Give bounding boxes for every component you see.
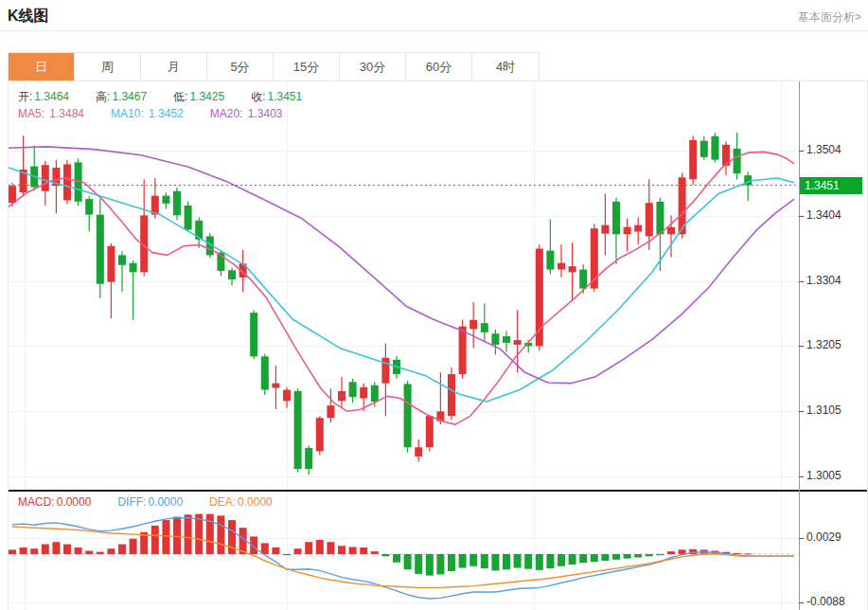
macd-bar xyxy=(107,548,115,554)
ohlc-item-0-value: 1.3464 xyxy=(34,90,69,103)
ohlc-item-0-label: 开: xyxy=(18,90,32,103)
candle-body xyxy=(734,149,741,173)
macd-bar xyxy=(217,515,224,554)
candle-body xyxy=(371,386,379,402)
macd-bar xyxy=(151,526,159,554)
macd-legend: MACD:0.0000DIFF:0.0000DEA:0.0000 xyxy=(18,495,299,509)
tab-30分[interactable]: 30分 xyxy=(340,53,406,81)
macd-bar xyxy=(305,542,312,554)
candle-body xyxy=(569,266,576,272)
fundamental-analysis-link[interactable]: 基本面分析> xyxy=(798,9,861,26)
candle-body xyxy=(426,416,434,447)
ma-line-MA20 xyxy=(9,147,794,384)
macd-bar xyxy=(130,539,137,554)
kline-chart-container[interactable]: 开:1.3464高:1.3467低:1.3425收:1.3451 MA5: 1.… xyxy=(8,81,868,610)
period-tab-bar: 日周月5分15分30分60分4时 xyxy=(8,52,540,81)
candle-body xyxy=(448,374,455,416)
ma-line-MA5 xyxy=(9,152,794,424)
macd-bar xyxy=(316,540,324,554)
macd-bar xyxy=(173,517,181,554)
price-tick-label: 1.3105 xyxy=(806,404,841,417)
candle-body xyxy=(294,391,302,469)
price-tick-label: 1.3005 xyxy=(806,469,841,482)
macd-bar xyxy=(272,547,279,554)
candle-body xyxy=(415,447,422,457)
ohlc-item-0: 开:1.3464 xyxy=(18,90,82,103)
candle-body xyxy=(63,164,71,200)
ma-item-2-value: 1.3403 xyxy=(248,107,283,120)
candle-body xyxy=(700,141,708,157)
candle-body xyxy=(646,203,653,236)
tab-日[interactable]: 日 xyxy=(9,53,75,81)
ohlc-item-1: 高:1.3467 xyxy=(96,90,160,103)
current-price-badge: 1.3451 xyxy=(800,177,862,194)
macd-item-2: DEA:0.0000 xyxy=(209,495,286,509)
page-title: K线图 xyxy=(8,7,49,27)
macd-item-1: DIFF:0.0000 xyxy=(117,495,196,509)
macd-bar xyxy=(42,545,49,554)
candle-body xyxy=(536,249,543,347)
macd-bar xyxy=(327,542,334,554)
macd-bar xyxy=(436,554,444,574)
candle-body xyxy=(327,405,334,418)
macd-item-1-value: 0.0000 xyxy=(148,495,183,509)
tab-月[interactable]: 月 xyxy=(141,53,207,81)
macd-bar xyxy=(734,553,741,554)
macd-item-1-label: DIFF: xyxy=(117,495,146,509)
ohlc-item-3-label: 收: xyxy=(251,90,265,103)
pane-separator xyxy=(9,490,867,492)
macd-item-2-value: 0.0000 xyxy=(238,495,273,509)
ma-item-2: MA20: 1.3403 xyxy=(210,107,296,120)
tab-周[interactable]: 周 xyxy=(75,53,141,81)
header-divider xyxy=(0,30,868,31)
ohlc-item-3-value: 1.3451 xyxy=(267,90,302,103)
candle-body xyxy=(667,227,675,235)
candle-body xyxy=(118,255,126,264)
macd-bar xyxy=(75,547,82,554)
candle-body xyxy=(634,225,642,232)
macd-bar xyxy=(52,542,60,554)
macd-bar xyxy=(459,554,467,568)
macd-item-0-value: 0.0000 xyxy=(57,495,92,509)
candle-body xyxy=(514,340,522,345)
candle-body xyxy=(558,263,565,270)
tab-60分[interactable]: 60分 xyxy=(406,53,472,81)
candle-body xyxy=(305,448,312,469)
price-tick-label: 1.3205 xyxy=(806,338,841,351)
candle-body xyxy=(97,215,104,284)
macd-bar xyxy=(85,551,93,554)
ma-item-1-label: MA10: xyxy=(111,107,147,120)
candle-body xyxy=(349,382,357,397)
ma-item-0-label: MA5: xyxy=(18,107,47,120)
macd-item-0-label: MACD: xyxy=(18,495,55,509)
tab-5分[interactable]: 5分 xyxy=(207,53,274,81)
candle-body xyxy=(130,263,137,273)
ohlc-item-1-label: 高: xyxy=(96,90,110,103)
candle-body xyxy=(546,251,554,270)
macd-tick-label: -0.0088 xyxy=(806,595,845,608)
tab-4时[interactable]: 4时 xyxy=(472,53,539,81)
candle-body xyxy=(283,390,291,402)
kline-chart-canvas[interactable] xyxy=(9,81,867,610)
ma-legend: MA5: 1.3484MA10: 1.3452MA20: 1.3403 xyxy=(18,107,309,120)
macd-bar xyxy=(634,554,642,557)
tab-15分[interactable]: 15分 xyxy=(274,53,340,81)
candle-body xyxy=(656,202,664,235)
candle-body xyxy=(360,387,367,399)
macd-bar xyxy=(97,552,104,554)
candle-body xyxy=(689,140,697,179)
candle-body xyxy=(338,391,345,401)
macd-bar xyxy=(63,545,71,554)
price-tick-label: 1.3304 xyxy=(806,274,841,287)
macd-bar xyxy=(679,549,686,554)
ohlc-item-3: 收:1.3451 xyxy=(251,90,315,103)
macd-bar xyxy=(744,553,752,554)
macd-bar xyxy=(9,549,16,554)
macd-bar xyxy=(491,554,499,570)
macd-bar xyxy=(404,554,412,569)
macd-bar xyxy=(591,554,598,562)
candle-body xyxy=(42,165,49,191)
macd-bar xyxy=(360,547,367,554)
macd-bar xyxy=(393,554,400,563)
candle-body xyxy=(612,202,620,235)
